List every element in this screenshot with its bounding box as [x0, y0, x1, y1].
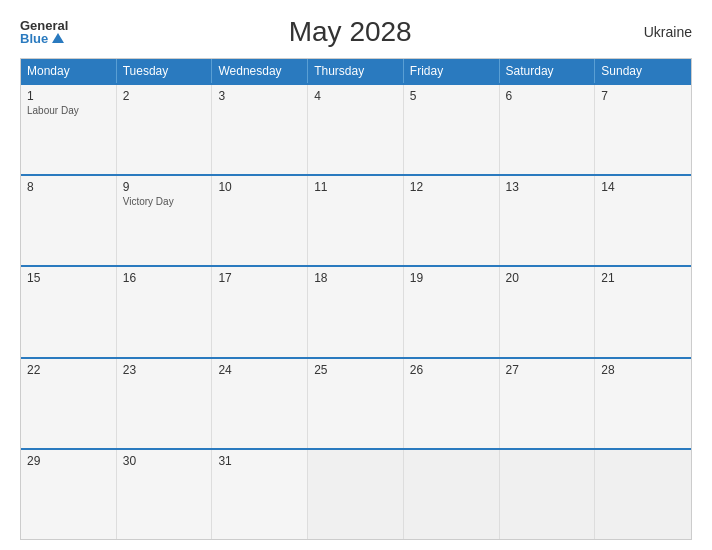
day-number: 13	[506, 180, 589, 194]
day-number: 31	[218, 454, 301, 468]
day-number: 4	[314, 89, 397, 103]
holiday-label: Labour Day	[27, 105, 110, 116]
day-number: 18	[314, 271, 397, 285]
cal-cell: 10	[212, 176, 308, 265]
cal-cell	[500, 450, 596, 539]
day-number: 10	[218, 180, 301, 194]
calendar-header: MondayTuesdayWednesdayThursdayFridaySatu…	[21, 59, 691, 83]
day-number: 1	[27, 89, 110, 103]
day-number: 3	[218, 89, 301, 103]
logo: General Blue	[20, 19, 68, 45]
cal-cell: 25	[308, 359, 404, 448]
day-header-saturday: Saturday	[500, 59, 596, 83]
cal-cell: 5	[404, 85, 500, 174]
cal-cell: 11	[308, 176, 404, 265]
cal-cell: 15	[21, 267, 117, 356]
day-number: 21	[601, 271, 685, 285]
day-number: 14	[601, 180, 685, 194]
week-row-5: 293031	[21, 448, 691, 539]
day-number: 17	[218, 271, 301, 285]
day-header-thursday: Thursday	[308, 59, 404, 83]
cal-cell: 3	[212, 85, 308, 174]
cal-cell: 29	[21, 450, 117, 539]
day-number: 6	[506, 89, 589, 103]
cal-cell: 8	[21, 176, 117, 265]
cal-cell: 17	[212, 267, 308, 356]
cal-cell: 28	[595, 359, 691, 448]
cal-cell: 30	[117, 450, 213, 539]
day-header-wednesday: Wednesday	[212, 59, 308, 83]
cal-cell: 6	[500, 85, 596, 174]
day-number: 15	[27, 271, 110, 285]
calendar-title: May 2028	[68, 16, 632, 48]
week-row-1: 1Labour Day234567	[21, 83, 691, 174]
day-number: 11	[314, 180, 397, 194]
day-number: 12	[410, 180, 493, 194]
cal-cell: 22	[21, 359, 117, 448]
day-number: 23	[123, 363, 206, 377]
day-number: 25	[314, 363, 397, 377]
cal-cell: 18	[308, 267, 404, 356]
week-row-4: 22232425262728	[21, 357, 691, 448]
day-header-monday: Monday	[21, 59, 117, 83]
cal-cell: 16	[117, 267, 213, 356]
logo-blue-text: Blue	[20, 32, 64, 45]
day-number: 5	[410, 89, 493, 103]
calendar: MondayTuesdayWednesdayThursdayFridaySatu…	[20, 58, 692, 540]
day-number: 28	[601, 363, 685, 377]
cal-cell: 13	[500, 176, 596, 265]
cal-cell: 21	[595, 267, 691, 356]
week-row-3: 15161718192021	[21, 265, 691, 356]
cal-cell: 27	[500, 359, 596, 448]
week-row-2: 89Victory Day1011121314	[21, 174, 691, 265]
country-label: Ukraine	[632, 24, 692, 40]
cal-cell: 4	[308, 85, 404, 174]
day-number: 22	[27, 363, 110, 377]
cal-cell: 14	[595, 176, 691, 265]
day-number: 24	[218, 363, 301, 377]
cal-cell: 20	[500, 267, 596, 356]
cal-cell: 31	[212, 450, 308, 539]
cal-cell: 2	[117, 85, 213, 174]
cal-cell	[595, 450, 691, 539]
cal-cell: 24	[212, 359, 308, 448]
calendar-body: 1Labour Day23456789Victory Day1011121314…	[21, 83, 691, 539]
day-number: 19	[410, 271, 493, 285]
day-header-sunday: Sunday	[595, 59, 691, 83]
cal-cell: 23	[117, 359, 213, 448]
cal-cell	[404, 450, 500, 539]
day-header-tuesday: Tuesday	[117, 59, 213, 83]
cal-cell: 7	[595, 85, 691, 174]
header: General Blue May 2028 Ukraine	[20, 16, 692, 48]
day-number: 30	[123, 454, 206, 468]
day-number: 27	[506, 363, 589, 377]
day-number: 8	[27, 180, 110, 194]
day-number: 16	[123, 271, 206, 285]
day-number: 7	[601, 89, 685, 103]
logo-triangle-icon	[52, 33, 64, 43]
day-number: 9	[123, 180, 206, 194]
cal-cell	[308, 450, 404, 539]
cal-cell: 12	[404, 176, 500, 265]
day-number: 2	[123, 89, 206, 103]
cal-cell: 19	[404, 267, 500, 356]
day-header-friday: Friday	[404, 59, 500, 83]
holiday-label: Victory Day	[123, 196, 206, 207]
day-number: 26	[410, 363, 493, 377]
day-number: 20	[506, 271, 589, 285]
cal-cell: 1Labour Day	[21, 85, 117, 174]
cal-cell: 9Victory Day	[117, 176, 213, 265]
page: General Blue May 2028 Ukraine MondayTues…	[0, 0, 712, 550]
cal-cell: 26	[404, 359, 500, 448]
day-number: 29	[27, 454, 110, 468]
